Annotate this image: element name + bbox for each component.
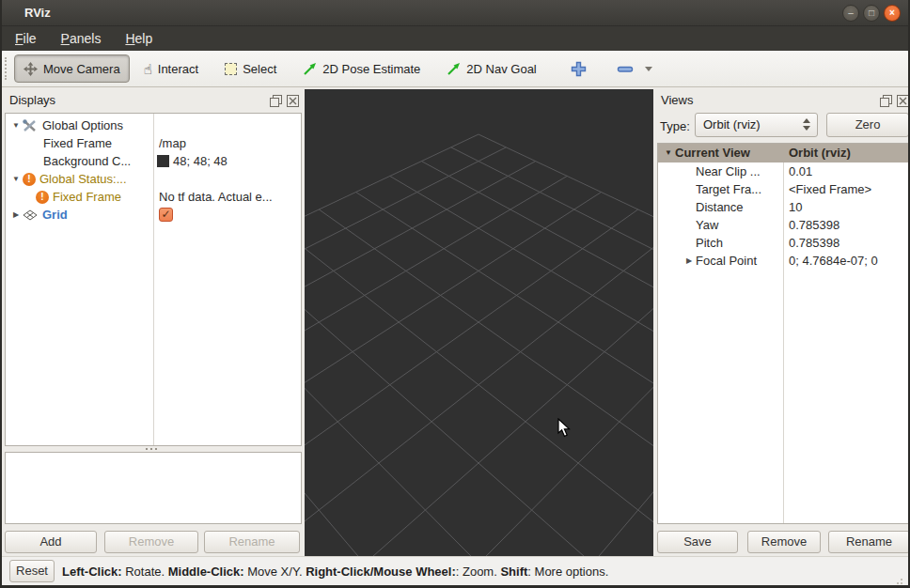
expander-icon[interactable]: ▶ (682, 252, 696, 270)
rename-view-button[interactable]: Rename (828, 531, 910, 553)
row-value[interactable]: 48; 48; 48 (173, 152, 228, 170)
row-target-frame[interactable]: Target Fra... <Fixed Frame> (658, 180, 909, 198)
render-viewport[interactable] (305, 89, 653, 556)
grid-plane (305, 89, 653, 556)
row-global-status[interactable]: ▼ ! Global Status:... (6, 170, 301, 188)
row-current-view[interactable]: ▼ Current View Orbit (rviz) (658, 144, 909, 162)
row-label: Background C... (43, 152, 131, 170)
grid-enabled-checkbox[interactable]: ✓ (159, 208, 173, 222)
row-focal-point[interactable]: ▶ Focal Point 0; 4.7684e-07; 0 (658, 252, 909, 270)
add-tool-button[interactable] (562, 54, 595, 83)
menu-bar: File Panels Help (0, 26, 910, 51)
row-label: Fixed Frame (53, 188, 121, 206)
menu-help[interactable]: Help (116, 31, 162, 46)
save-view-button[interactable]: Save (657, 531, 738, 553)
status-bar: Reset Left-Click: Rotate. Middle-Click: … (2, 556, 908, 585)
toolbar: Move Camera ☝ Interact Select 2D Pose Es… (2, 51, 908, 87)
row-label: Grid (42, 206, 68, 224)
warning-icon: ! (36, 191, 49, 204)
row-value[interactable]: 0.785398 (789, 234, 839, 252)
tool-move-camera[interactable]: Move Camera (14, 54, 130, 83)
tool-select-label: Select (243, 62, 276, 76)
selection-box-icon (225, 63, 237, 75)
tools-icon (23, 119, 38, 132)
row-fixed-frame[interactable]: Fixed Frame /map (6, 134, 301, 152)
tool-interact[interactable]: ☝ Interact (135, 54, 208, 83)
tool-select[interactable]: Select (216, 54, 285, 83)
expander-icon[interactable]: ▼ (9, 116, 23, 134)
row-distance[interactable]: Distance 10 (658, 198, 909, 216)
color-swatch[interactable] (157, 155, 169, 167)
minus-icon (617, 61, 634, 77)
plus-icon (571, 61, 587, 77)
green-arrow-icon (447, 62, 461, 76)
views-panel-title: Views (661, 93, 693, 107)
row-background-color[interactable]: Background C... 48; 48; 48 (6, 152, 301, 170)
remove-view-button[interactable]: Remove (747, 531, 821, 553)
close-button[interactable]: × (884, 5, 901, 22)
row-value[interactable]: 0; 4.7684e-07; 0 (789, 252, 878, 270)
grid-icon (23, 209, 38, 221)
row-value[interactable]: <Fixed Frame> (789, 180, 871, 198)
tool-2d-nav-goal-label: 2D Nav Goal (466, 62, 536, 76)
row-near-clip[interactable]: Near Clip ... 0.01 (658, 162, 909, 180)
row-pitch[interactable]: Pitch 0.785398 (658, 234, 909, 252)
expander-icon[interactable]: ▼ (9, 170, 23, 188)
row-label: Distance (696, 198, 744, 216)
close-panel-icon[interactable] (897, 95, 909, 107)
menu-panels[interactable]: Panels (52, 31, 111, 46)
resize-grip[interactable] (901, 579, 902, 580)
window-controls: – □ × (842, 5, 901, 22)
displays-panel-title: Displays (9, 93, 55, 107)
rviz-window: RViz – □ × File Panels Help Move Camera … (0, 0, 910, 588)
status-help-text: Left-Click: Rotate. Middle-Click: Move X… (62, 557, 608, 586)
tool-2d-pose-estimate-label: 2D Pose Estimate (322, 62, 420, 76)
row-value: Orbit (rviz) (789, 144, 851, 162)
float-panel-icon[interactable] (270, 95, 282, 107)
close-panel-icon[interactable] (287, 95, 299, 107)
minimize-icon: – (848, 8, 854, 18)
row-value[interactable]: 10 (789, 198, 802, 216)
mouse-cursor (557, 418, 571, 438)
spinner-arrows-icon[interactable] (803, 118, 810, 131)
tool-interact-label: Interact (158, 62, 198, 76)
close-icon: × (889, 8, 895, 18)
row-label: Near Clip ... (696, 162, 761, 180)
view-type-combobox[interactable]: Orbit (rviz) (695, 113, 818, 137)
reset-button[interactable]: Reset (9, 560, 55, 582)
toolbar-drag-handle[interactable] (5, 57, 8, 80)
row-value[interactable]: 0.785398 (789, 216, 839, 234)
row-value: No tf data. Actual e... (159, 188, 273, 206)
warning-icon: ! (23, 173, 36, 186)
tool-2d-pose-estimate[interactable]: 2D Pose Estimate (294, 54, 429, 83)
maximize-button[interactable]: □ (863, 5, 880, 22)
row-fixed-frame-status[interactable]: ! Fixed Frame No tf data. Actual e... (6, 188, 301, 206)
expander-icon[interactable]: ▼ (662, 144, 675, 162)
row-value[interactable]: 0.01 (789, 162, 812, 180)
views-tree: ▼ Current View Orbit (rviz) Near Clip ..… (657, 143, 910, 524)
expander-icon[interactable]: ▶ (9, 206, 23, 224)
row-global-options[interactable]: ▼ Global Options (6, 116, 301, 134)
property-help-box (5, 452, 302, 524)
title-bar[interactable]: RViz – □ × (0, 0, 910, 26)
remove-tool-button[interactable] (608, 54, 661, 83)
row-yaw[interactable]: Yaw 0.785398 (658, 216, 909, 234)
row-grid[interactable]: ▶ Grid ✓ (6, 206, 301, 224)
minimize-button[interactable]: – (842, 5, 859, 22)
green-arrow-icon (303, 62, 317, 76)
type-label: Type: (660, 119, 690, 133)
zero-button[interactable]: Zero (826, 113, 909, 137)
row-label: Fixed Frame (43, 134, 112, 152)
menu-file[interactable]: File (6, 31, 46, 46)
rename-display-button[interactable]: Rename (204, 531, 300, 553)
float-panel-icon[interactable] (880, 95, 892, 107)
remove-display-button[interactable]: Remove (104, 531, 198, 553)
tool-2d-nav-goal[interactable]: 2D Nav Goal (438, 54, 544, 83)
row-label: Yaw (696, 216, 718, 234)
row-value[interactable]: /map (159, 134, 186, 152)
view-type-value: Orbit (rviz) (703, 117, 761, 132)
splitter-handle[interactable] (146, 448, 148, 450)
row-label: Global Options (42, 116, 123, 134)
add-display-button[interactable]: Add (5, 531, 97, 553)
chevron-down-icon[interactable] (645, 67, 652, 71)
